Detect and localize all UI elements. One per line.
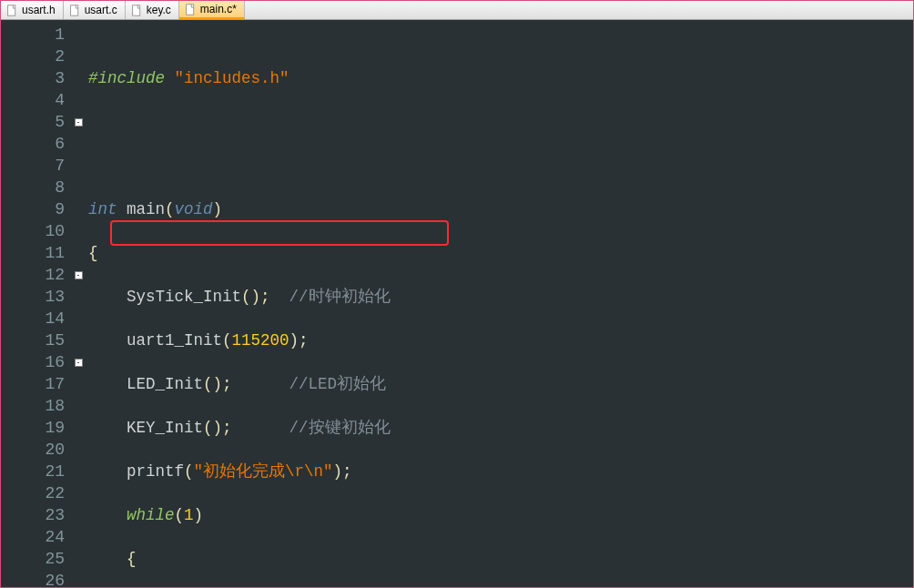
line-number: 25 — [1, 548, 65, 570]
fold-slot — [72, 220, 85, 242]
tab-main-c[interactable]: main.c* — [179, 1, 245, 19]
line-number: 26 — [1, 570, 65, 588]
fold-slot — [72, 526, 85, 548]
fold-slot — [72, 395, 85, 417]
code-area[interactable]: #include "includes.h" int main(void) { S… — [85, 20, 913, 587]
file-icon — [69, 5, 81, 16]
fold-slot: - — [72, 111, 85, 133]
fold-slot — [72, 482, 85, 504]
fold-slot — [72, 286, 85, 308]
line-number: 4 — [1, 89, 65, 111]
line-number: 21 — [1, 461, 65, 482]
fold-toggle-icon[interactable]: - — [75, 271, 83, 279]
file-icon — [185, 4, 197, 15]
line-number: 22 — [1, 482, 65, 504]
line-number: 2 — [1, 46, 65, 67]
fold-slot — [72, 373, 85, 395]
line-number: 3 — [1, 67, 65, 89]
fold-slot — [72, 46, 85, 67]
tab-label: main.c* — [200, 3, 237, 15]
file-icon — [131, 5, 143, 16]
tab-label: usart.c — [85, 4, 117, 16]
line-number: 14 — [1, 308, 65, 329]
code-editor[interactable]: 1234567891011121314151617181920212223242… — [1, 20, 913, 587]
svg-rect-1 — [70, 5, 77, 15]
fold-slot — [72, 417, 85, 439]
line-number: 7 — [1, 155, 65, 177]
line-number: 1 — [1, 24, 65, 46]
line-number: 16 — [1, 351, 65, 373]
tab-usart-h[interactable]: usart.h — [1, 1, 64, 19]
line-number: 20 — [1, 439, 65, 461]
line-number: 18 — [1, 395, 65, 417]
fold-slot — [72, 308, 85, 329]
fold-slot — [72, 89, 85, 111]
line-number: 5 — [1, 111, 65, 133]
svg-rect-3 — [186, 4, 193, 14]
line-number: 10 — [1, 220, 65, 242]
fold-slot — [72, 198, 85, 220]
tab-bar: usart.h usart.c key.c main.c* — [1, 0, 913, 20]
fold-toggle-icon[interactable]: - — [75, 359, 83, 367]
line-number: 13 — [1, 286, 65, 308]
fold-toggle-icon[interactable]: - — [75, 118, 83, 127]
fold-slot — [72, 439, 85, 461]
tab-label: usart.h — [22, 4, 56, 16]
line-number: 24 — [1, 526, 65, 548]
fold-slot — [72, 570, 85, 588]
fold-slot — [72, 155, 85, 177]
fold-slot — [72, 242, 85, 264]
fold-slot — [72, 24, 85, 46]
line-number: 15 — [1, 329, 65, 351]
line-number: 19 — [1, 417, 65, 439]
fold-slot — [72, 504, 85, 526]
fold-slot — [72, 548, 85, 570]
fold-slot — [72, 133, 85, 155]
fold-slot — [72, 177, 85, 198]
fold-slot — [72, 461, 85, 482]
line-number: 23 — [1, 504, 65, 526]
line-number: 9 — [1, 198, 65, 220]
file-icon — [6, 5, 18, 16]
fold-slot — [72, 67, 85, 89]
line-number: 17 — [1, 373, 65, 395]
tab-key-c[interactable]: key.c — [126, 1, 179, 19]
svg-rect-2 — [132, 5, 139, 15]
line-number: 6 — [1, 133, 65, 155]
line-number: 8 — [1, 177, 65, 198]
line-number: 11 — [1, 242, 65, 264]
fold-slot: - — [72, 264, 85, 286]
line-number-gutter: 1234567891011121314151617181920212223242… — [1, 20, 72, 587]
svg-rect-0 — [8, 5, 15, 15]
fold-slot — [72, 329, 85, 351]
line-number: 12 — [1, 264, 65, 286]
tab-label: key.c — [147, 4, 171, 16]
tab-usart-c[interactable]: usart.c — [64, 1, 126, 19]
fold-column: --- — [72, 20, 85, 587]
fold-slot: - — [72, 351, 85, 373]
